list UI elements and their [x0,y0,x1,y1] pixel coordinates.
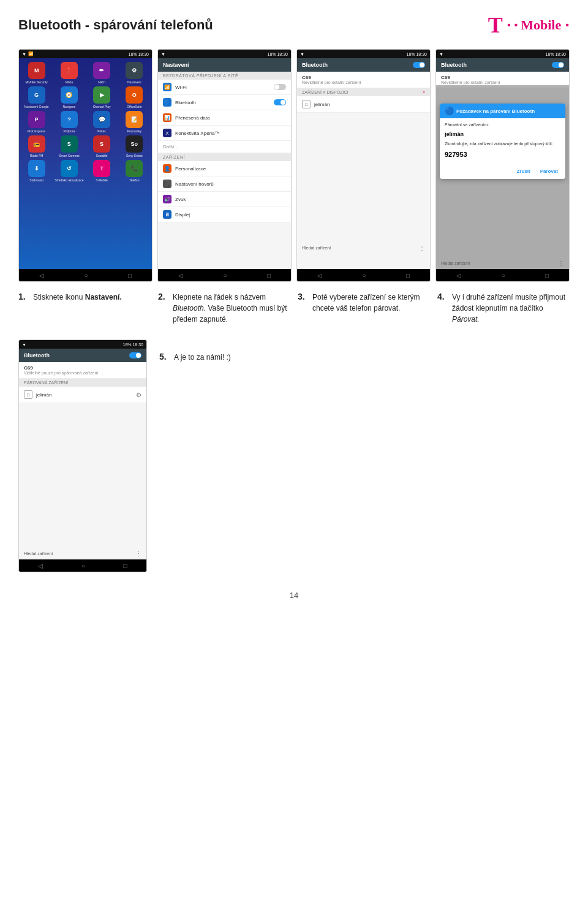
app-podpora: ? Podpora [54,111,84,133]
app-radio: 📻 Rádio FM [21,135,51,157]
toggle-bt-screen5 [129,352,141,358]
screen5-statusbar: ▼ 18% 18:30 [19,340,146,349]
dialog-body: Párování se zařízením: jelimán Zkontrolu… [440,118,565,165]
screen5-device-jeliman: □ jelimán ⚙ [19,387,146,403]
screen2-statusbar: ▼ 18% 18:30 [158,50,291,58]
screen5-phone: ▼ 18% 18:30 Bluetooth C69 Viditelné pouz… [18,339,147,572]
page-title: Bluetooth - spárování telefonů [18,17,213,33]
toggle-bt-screen4 [552,62,564,68]
screen5-bg: Bluetooth C69 Viditelné pouze pro spárov… [19,349,146,559]
settings-item-xperia: X Konektivita Xperia™ [158,126,291,141]
screen5-container: ▼ 18% 18:30 Bluetooth C69 Viditelné pouz… [18,339,147,572]
app-nastaveni: ⚙ Nastavení [119,62,149,84]
step5-number: 5. [159,352,169,362]
app-pokec: 💬 Pokec [87,111,117,133]
settings-item-sound: 🔊 Zvuk [158,192,291,207]
screen3-device-info: C69 Neviditelné pro ostatní zařízení [297,72,430,88]
screen5-navbar: ◁ ○ □ [19,559,146,572]
app-mcafee: M McAfee Security [21,62,51,84]
dialog-cancel-button[interactable]: Zrušit [514,167,532,175]
screen5-device-info: C69 Viditelné pouze pro spárovaná zaříze… [19,362,146,379]
screen1-bg: M McAfee Security 📍 Místa ✏ Náčrt ⚙ Nast… [19,58,152,269]
step2-number: 2. [158,292,168,301]
settings-item-wifi: 📶 Wi-Fi [158,80,291,95]
screen2-section1: BEZDRÁTOVÁ PŘIPOJENÍ A SÍTĚ [158,72,291,80]
app-tmobile: T T-Mobile [87,160,117,182]
step5-area: 5. A je to za námi! :) [159,339,570,572]
screen4-navbar: ◁ ○ □ [436,269,569,281]
screen3-device-jeliman[interactable]: □ jelimán [297,96,430,113]
screen2-header: Nastavení [158,58,291,72]
step5-text: A je to za námi! :) [174,352,231,363]
screen3-bottom: Hledat zařízení ⋮ [297,242,430,254]
screen3-phone: ▼ 18% 18:30 Bluetooth C69 Neviditelné pr… [296,49,431,282]
screen2-section2: ZAŘÍZENÍ [158,153,291,161]
app-pixlr: P Pixlr Express [21,111,51,133]
app-grid: M McAfee Security 📍 Místa ✏ Náčrt ⚙ Nast… [19,58,152,186]
screen1-navbar: ◁ ○ □ [19,269,152,281]
step3-text: Poté vyberete zařízení se kterým chcete … [312,292,430,314]
settings-item-display: 🖥 Displej [158,207,291,222]
step2-block: 2. Klepnete na řádek s názvem Bluetooth.… [158,292,290,325]
app-nacrt: ✏ Náčrt [87,62,117,84]
step3-number: 3. [298,292,307,301]
screen1-phone: ▼ 📶 18% 18:30 M McAfee Security 📍 Místa … [18,49,153,282]
app-poznamky: 📝 Poznámky [119,111,149,133]
tmobile-logo: T · · Mobile · [488,12,570,38]
app-telefon: 📞 Telefon [119,160,149,182]
dialog-pair-button[interactable]: Párovat [538,167,560,175]
screenshots-row-1: ▼ 📶 18% 18:30 M McAfee Security 📍 Místa … [18,49,570,282]
settings-item-bluetooth[interactable]: 🔵 Bluetooth [158,95,291,110]
screen4-phone: ▼ 18% 18:30 Bluetooth C69 Neviditelné pr… [435,49,570,282]
app-stah: ⬇ Stahování [21,160,51,182]
screen4-header: Bluetooth [436,58,569,72]
logo-t-letter: T [488,12,503,38]
toggle-bluetooth[interactable] [274,99,286,105]
pairing-dialog: 🔵 Požadavek na párování Bluetooth Párová… [440,104,565,179]
settings-item-data: 📊 Přenesená data [158,110,291,126]
app-google: G Nastavení Google [21,86,51,108]
app-office: O OfficeSuite [119,86,149,108]
settings-item-calls: 📞 Nastavení hovorů [158,176,291,192]
step4-number: 4. [437,292,447,301]
screen5-bottom: Hledat zařízení ⋮ [19,548,146,559]
screen4-statusbar: ▼ 18% 18:30 [436,50,569,58]
app-mista: 📍 Místa [54,62,84,84]
app-smart: S Smart Connect [54,135,84,157]
screen4-bg: Bluetooth C69 Neviditelné pro ostatní za… [436,58,569,269]
app-sony: So Sony Select [119,135,149,157]
page-header: Bluetooth - spárování telefonů T · · Mob… [18,12,570,38]
screen2-phone: ▼ 18% 18:30 Nastavení BEZDRÁTOVÁ PŘIPOJE… [157,49,292,282]
page-number: 14 [18,591,570,600]
screen5-section-paired: PÁROVANÁ ZAŘÍZENÍ [19,379,146,387]
app-stredisko: ↺ Středisko aktualizace [54,160,84,182]
step3-block: 3. Poté vyberete zařízení se kterým chce… [298,292,430,325]
second-row: ▼ 18% 18:30 Bluetooth C69 Viditelné pouz… [18,339,570,572]
screen3-section1: ZAŘÍZENÍ K DISPOZICI × [297,88,430,96]
screen1-statusbar: ▼ 📶 18% 18:30 [19,50,152,58]
step4-block: 4. Vy i druhé zařízení musíte přijmout ž… [437,292,570,325]
screen3-header: Bluetooth [297,58,430,72]
step1-text: Stisknete ikonu Nastavení. [33,292,122,303]
dialog-title-bar: 🔵 Požadavek na párování Bluetooth [440,104,565,118]
screen3-navbar: ◁ ○ □ [297,269,430,281]
logo-dot-end: · [565,15,570,35]
screen4-bottom: Hledat zařízení ⋮ [436,257,569,269]
step5-block: 5. A je to za námi! :) [159,346,570,363]
screen5-header: Bluetooth [19,349,146,362]
dialog-buttons: Zrušit Párovat [440,165,565,179]
screen4-overlay: 🔵 Požadavek na párování Bluetooth Párová… [436,85,569,269]
toggle-bt-screen3 [413,62,425,68]
steps-row-1: 1. Stisknete ikonu Nastavení. 2. Klepnet… [18,292,570,325]
step4-text: Vy i druhé zařízení musíte přijmout žádo… [452,292,570,325]
app-socialife: S Socialife [87,135,117,157]
settings-item-dalsi: Další... [158,141,291,153]
logo-separator: · · [507,15,517,35]
step2-text: Klepnete na řádek s názvem Bluetooth. Va… [173,292,290,325]
screen3-statusbar: ▼ 18% 18:30 [297,50,430,58]
settings-item-person: 👤 Personalizace [158,161,291,176]
app-navigace: 🧭 Navigace [54,86,84,108]
step1-block: 1. Stisknete ikonu Nastavení. [18,292,151,325]
logo-mobile-text: Mobile [521,17,561,33]
screen2-bg: Nastavení BEZDRÁTOVÁ PŘIPOJENÍ A SÍTĚ 📶 … [158,58,291,269]
